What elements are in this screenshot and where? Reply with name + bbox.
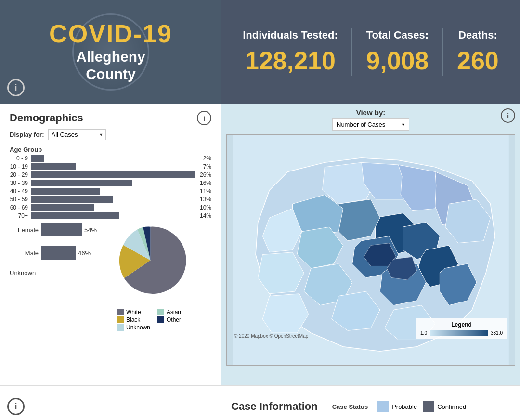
status-item: Confirmed [423,401,466,412]
gender-race-section: Female 54% Male 46% Unknown [10,223,211,331]
demographics-info-button[interactable]: i [197,111,211,125]
age-bar-fill [31,204,94,211]
status-item: Probable [377,401,417,412]
age-bar-label: 70+ [10,212,28,219]
age-bar-track [31,180,195,186]
stat-tested: Individuals Tested: 128,210 [243,29,338,75]
view-by-select-wrapper[interactable]: Number of Cases Cases per 100k Deaths [332,118,409,131]
female-label: Female [10,226,39,234]
map-legend-title: Legend [420,321,503,328]
header-info-button[interactable]: i [7,79,25,96]
content-area: Demographics i Display for: All Cases Co… [0,104,520,385]
page-wrapper: COVID-19 Allegheny County i Individuals … [0,0,520,420]
view-by-select[interactable]: Number of Cases Cases per 100k Deaths [332,118,409,131]
case-status-label: Case Status [332,403,368,410]
display-for-row: Display for: All Cases Confirmed Probabl… [10,129,211,140]
age-bar-row: 70+14% [10,212,211,219]
age-bar-value: 10% [200,204,211,211]
bottom-info-button[interactable]: i [7,398,25,415]
legend-label: Unknown [126,324,150,331]
case-info-title: Case Information [231,400,318,413]
legend-color [117,324,124,331]
age-bar-label: 40 - 49 [10,188,28,195]
legend-label: Other [167,316,181,323]
age-bar-row: 30 - 3916% [10,180,211,186]
county-subtitle: Allegheny County [49,48,172,83]
age-bar-value: 16% [200,180,211,186]
status-label: Probable [392,403,417,410]
age-bar-label: 20 - 29 [10,171,28,178]
bottom-right: Case Information Case Status ProbableCon… [221,400,520,413]
age-bar-value: 26% [200,171,211,178]
legend-item: Black [117,316,150,323]
legend-label: White [126,309,141,315]
map-legend: Legend 1.0 331.0 [416,318,507,339]
age-bar-row: 20 - 2926% [10,171,211,178]
legend-label: Black [126,316,140,323]
map-credit: © 2020 Mapbox © OpenStreetMap [234,333,308,339]
age-bar-track [31,212,195,219]
age-bar-label: 60 - 69 [10,204,28,211]
gender-female-row: Female 54% [10,223,91,236]
demographics-title-line: Demographics [10,112,197,124]
stat-tested-label: Individuals Tested: [243,29,338,41]
age-bar-track [31,188,195,195]
age-bar-fill [31,188,100,195]
demographics-title: Demographics [10,112,83,124]
header: COVID-19 Allegheny County i Individuals … [0,0,520,104]
age-group-label: Age Group [10,146,211,153]
map-header: View by: Number of Cases Cases per 100k … [226,108,515,131]
legend-color [157,309,164,315]
age-bar-row: 0 - 92% [10,155,211,162]
gender-bars: Female 54% Male 46% Unknown [10,223,91,331]
age-bar-value: 7% [203,163,211,170]
status-color-box [377,401,389,412]
demographics-divider [88,118,197,118]
map-info-button[interactable]: i [501,108,515,123]
display-for-select-wrapper[interactable]: All Cases Confirmed Probable [48,129,106,140]
stat-total: Total Cases: 9,008 [366,29,429,75]
stat-deaths-value: 260 [457,46,499,75]
demographics-panel: Demographics i Display for: All Cases Co… [0,104,221,385]
age-bar-label: 0 - 9 [10,155,28,162]
age-bar-value: 14% [200,212,211,219]
age-bar-row: 10 - 197% [10,163,211,170]
status-label: Confirmed [437,403,466,410]
legend-color [117,309,124,315]
legend-item: Asian [157,309,191,315]
map-panel: View by: Number of Cases Cases per 100k … [221,104,520,385]
display-for-select[interactable]: All Cases Confirmed Probable [48,129,106,140]
gender-male-row: Male 46% [10,246,91,260]
male-value: 46% [78,249,91,257]
header-stats: Individuals Tested: 128,210 Total Cases:… [221,0,520,104]
bottom-bar: i Case Information Case Status ProbableC… [0,385,520,420]
map-legend-bar: 1.0 331.0 [420,330,503,336]
stat-deaths-label: Deaths: [457,29,499,41]
display-for-label: Display for: [10,131,44,138]
age-bar-fill [31,163,76,170]
legend-color [157,316,164,323]
age-bar-fill [31,196,113,203]
age-bar-label: 30 - 39 [10,180,28,186]
legend-item: White [117,309,150,315]
age-bar-value: 11% [200,188,211,195]
female-value: 54% [84,226,97,234]
covid-title: COVID-19 [49,21,172,46]
pie-svg [113,223,188,298]
view-by-container: View by: Number of Cases Cases per 100k … [241,108,501,131]
age-bar-label: 10 - 19 [10,163,28,170]
header-left: COVID-19 Allegheny County i [0,0,221,104]
legend-item: Unknown [117,324,150,331]
bottom-left: i [0,398,221,415]
legend-label: Asian [167,309,181,315]
age-bar-value: 2% [203,155,211,162]
age-bar-track [31,204,195,211]
map-area: © 2020 Mapbox © OpenStreetMap Legend 1.0… [226,134,515,366]
age-bar-fill [31,180,132,186]
status-color-box [423,401,434,412]
stat-divider-2 [442,28,443,76]
age-bar-track [31,171,195,178]
age-bar-fill [31,155,44,162]
demographics-header: Demographics i [10,111,211,125]
stat-deaths: Deaths: 260 [457,29,499,75]
